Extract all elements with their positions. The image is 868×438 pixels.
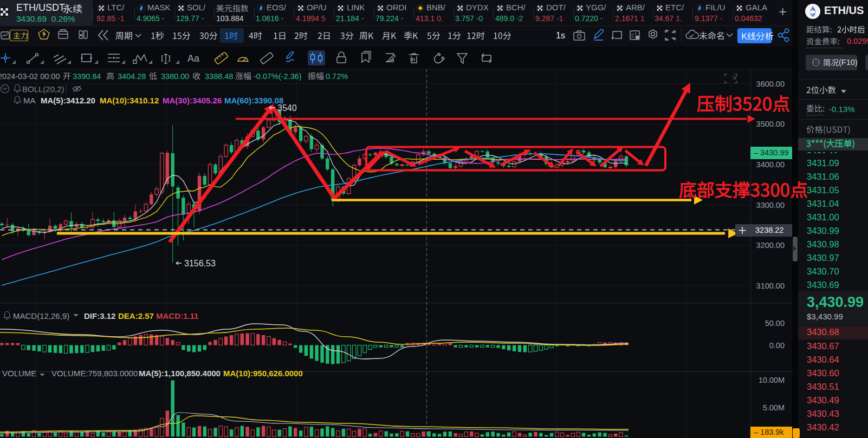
svg-text:MA(60):3390.08: MA(60):3390.08 xyxy=(224,96,283,105)
svg-text:MA(10):3410.12: MA(10):3410.12 xyxy=(100,96,159,105)
svg-text:MA(30):3405.26: MA(30):3405.26 xyxy=(163,96,222,105)
svg-text:3540: 3540 xyxy=(277,103,297,113)
svg-text:3156.53: 3156.53 xyxy=(184,259,216,268)
svg-text:DIF:3.12: DIF:3.12 xyxy=(84,311,115,321)
svg-text:– 3430.99: – 3430.99 xyxy=(754,148,789,157)
svg-text:3600.00: 3600.00 xyxy=(756,80,785,88)
svg-text:3300.00: 3300.00 xyxy=(756,201,785,210)
svg-text:MA: MA xyxy=(23,96,36,105)
svg-text:0.72%: 0.72% xyxy=(326,72,348,81)
svg-text:5.00M: 5.00M xyxy=(763,403,785,412)
svg-text:3200.00: 3200.00 xyxy=(756,241,785,250)
svg-text:– 183.9k: – 183.9k xyxy=(754,428,784,436)
svg-text:50.00: 50.00 xyxy=(765,319,785,328)
svg-text:3388.48: 3388.48 xyxy=(205,72,233,81)
svg-text:2024-03-02 00:00: 2024-03-02 00:00 xyxy=(0,72,60,81)
svg-text:MA(10):950,626.0000: MA(10):950,626.0000 xyxy=(223,369,303,378)
svg-text:3404.28: 3404.28 xyxy=(118,72,146,81)
svg-text:MACD:1.11: MACD:1.11 xyxy=(156,311,198,321)
svg-text:MA(5):3412.20: MA(5):3412.20 xyxy=(41,96,95,105)
svg-text:BOLL(20,2): BOLL(20,2) xyxy=(22,84,64,94)
svg-text:3100.00: 3100.00 xyxy=(756,282,785,290)
svg-text:3238.22: 3238.22 xyxy=(755,226,783,234)
svg-text:VOLUME: VOLUME xyxy=(2,369,36,378)
svg-text:MACD(12,26,9): MACD(12,26,9) xyxy=(13,311,69,321)
svg-text:3400.00: 3400.00 xyxy=(756,160,785,169)
svg-text:10.00M: 10.00M xyxy=(759,376,785,384)
svg-text:3500.00: 3500.00 xyxy=(756,120,785,128)
svg-text:B: B xyxy=(814,59,819,67)
svg-text:0.00: 0.00 xyxy=(769,341,785,350)
svg-text:Aa: Aa xyxy=(187,53,200,64)
svg-text:MA(5):1,100,850.4000: MA(5):1,100,850.4000 xyxy=(139,369,221,378)
svg-text:DEA:2.57: DEA:2.57 xyxy=(118,311,154,321)
svg-text:VOLUME:759,803.0000: VOLUME:759,803.0000 xyxy=(51,369,138,378)
svg-text:3390.84: 3390.84 xyxy=(73,72,101,81)
svg-text:-0.07%(-2.36): -0.07%(-2.36) xyxy=(254,72,302,81)
svg-text:3380.00: 3380.00 xyxy=(161,72,189,81)
